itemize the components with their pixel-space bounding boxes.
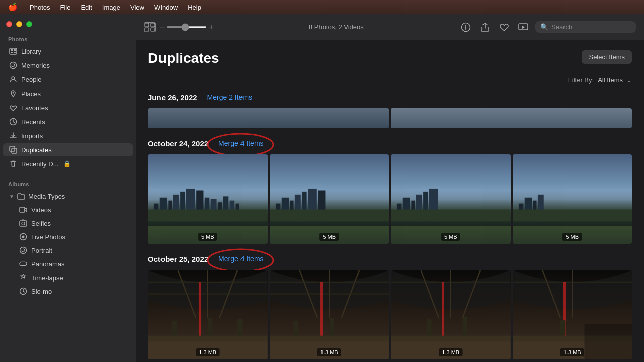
svg-rect-11 (12, 148, 17, 153)
sidebar-item-favorites[interactable]: Favorites (3, 101, 133, 114)
photo-size: 1.3 MB (196, 348, 219, 356)
people-label: People (21, 76, 41, 83)
filter-chevron-icon[interactable]: ⌄ (627, 77, 632, 84)
svg-rect-91 (463, 317, 468, 336)
fullscreen-button[interactable] (26, 21, 32, 27)
search-input[interactable] (551, 23, 627, 31)
recently-deleted-label: Recently D... (21, 160, 58, 168)
menu-edit[interactable]: Edit (76, 3, 96, 12)
menu-photos[interactable]: Photos (26, 3, 54, 12)
partial-thumb-2 (391, 108, 632, 128)
toolbar-left: − + (144, 22, 214, 32)
sidebar-item-memories[interactable]: Memories (3, 59, 133, 72)
photo-thumb[interactable]: 1.3 MB (513, 270, 632, 359)
toolbar: − + 8 Photos, 2 Videos (136, 14, 644, 40)
selfies-label: Selfies (31, 220, 51, 227)
info-button[interactable] (459, 20, 473, 34)
timelapse-label: Time-lapse (31, 274, 63, 282)
toolbar-right: 🔍 (459, 20, 636, 34)
merge-june-button[interactable]: Merge 2 Items (204, 92, 255, 102)
search-icon: 🔍 (540, 23, 548, 31)
places-icon (9, 89, 17, 98)
svg-rect-88 (442, 282, 444, 342)
svg-point-17 (20, 247, 27, 254)
svg-rect-71 (208, 318, 213, 336)
partial-photo-strip (148, 108, 632, 128)
menu-image[interactable]: Image (98, 3, 124, 12)
svg-rect-61 (513, 210, 632, 222)
photo-thumb[interactable]: 1.3 MB (270, 270, 389, 359)
sidebar-item-live-photos[interactable]: Live Photos (3, 230, 133, 243)
apple-menu[interactable]: 🍎 (4, 2, 22, 13)
duplicates-icon (9, 146, 17, 154)
sidebar-item-panoramas[interactable]: Panoramas (3, 257, 133, 270)
portrait-label: Portrait (31, 247, 52, 254)
photo-size: 5 MB (562, 233, 582, 241)
merge-oct25-button[interactable]: Merge 4 Items (215, 254, 266, 264)
sidebar-item-recents[interactable]: Recents (3, 115, 133, 128)
videos-icon (19, 206, 27, 214)
zoom-out-button[interactable]: − (160, 23, 165, 31)
menu-file[interactable]: File (56, 3, 74, 12)
sidebar-item-timelapse[interactable]: Time-lapse (3, 271, 133, 284)
date-header-oct25: October 25, 2022 Merge 4 Items (148, 254, 632, 264)
people-icon (9, 75, 17, 83)
svg-rect-90 (427, 319, 432, 336)
sidebar-item-portrait[interactable]: Portrait (3, 244, 133, 257)
sidebar-item-recently-deleted[interactable]: Recently D... 🔒 (3, 157, 133, 170)
favorites-icon (9, 104, 17, 112)
sidebar-item-people[interactable]: People (3, 73, 133, 86)
photo-size: 5 MB (441, 233, 460, 241)
photo-grid-oct25: 1.3 MB (148, 270, 632, 359)
close-button[interactable] (6, 21, 12, 27)
merge-oct24-button[interactable]: Merge 4 Items (215, 138, 266, 148)
sidebar-item-selfies[interactable]: Selfies (3, 217, 133, 230)
menu-window[interactable]: Window (150, 3, 182, 12)
photo-size: 5 MB (198, 233, 217, 241)
date-header-oct24: October 24, 2022 Merge 4 Items (148, 138, 632, 148)
share-button[interactable] (478, 20, 492, 34)
photo-thumb[interactable]: 5 MB (148, 154, 268, 244)
slideshow-button[interactable] (516, 20, 530, 34)
svg-rect-56 (391, 210, 511, 222)
menu-view[interactable]: View (126, 3, 148, 12)
zoom-in-button[interactable]: + (209, 23, 213, 31)
sidebar-item-slomo[interactable]: Slo-mo (3, 285, 133, 298)
media-types-folder[interactable]: ▼ Media Types (3, 190, 133, 203)
svg-rect-72 (237, 319, 243, 336)
photo-thumb[interactable]: 5 MB (270, 154, 389, 244)
sidebar-item-imports[interactable]: Imports (3, 129, 133, 142)
svg-rect-98 (560, 320, 566, 336)
videos-label: Videos (31, 206, 51, 214)
minimize-button[interactable] (16, 21, 22, 27)
partial-thumb-1 (148, 108, 389, 128)
svg-point-7 (12, 77, 15, 80)
date-section-june: June 26, 2022 Merge 2 Items (148, 92, 632, 128)
selfies-icon (19, 219, 27, 227)
merge-circled-oct25: Merge 4 Items (215, 254, 266, 264)
photo-thumb[interactable]: 1.3 MB (391, 270, 511, 359)
view-grid-icon[interactable] (144, 22, 156, 32)
photo-thumb[interactable]: 5 MB (391, 154, 511, 244)
content-area: Duplicates Select Items Filter By: All I… (136, 40, 644, 362)
select-items-button[interactable]: Select Items (582, 50, 632, 64)
photo-thumb[interactable]: 5 MB (513, 154, 632, 244)
svg-rect-4 (14, 52, 16, 53)
menu-help[interactable]: Help (184, 3, 205, 12)
filter-value: All Items (598, 76, 623, 84)
sidebar-item-places[interactable]: Places (3, 87, 133, 100)
sidebar-item-videos[interactable]: Videos (3, 203, 133, 216)
live-photos-label: Live Photos (31, 233, 65, 241)
favorite-button[interactable] (497, 20, 511, 34)
zoom-slider[interactable] (167, 26, 207, 28)
albums-section-label: Albums (0, 177, 136, 189)
sidebar: Photos Library Memories (0, 14, 136, 362)
svg-rect-1 (11, 49, 13, 51)
svg-rect-22 (151, 23, 155, 27)
chevron-down-icon: ▼ (9, 194, 14, 199)
lock-icon: 🔒 (63, 160, 71, 167)
sidebar-item-library[interactable]: Library (3, 45, 133, 58)
sidebar-item-duplicates[interactable]: Duplicates (3, 143, 133, 156)
photo-thumb[interactable]: 1.3 MB (148, 270, 268, 359)
memories-icon (9, 61, 17, 69)
